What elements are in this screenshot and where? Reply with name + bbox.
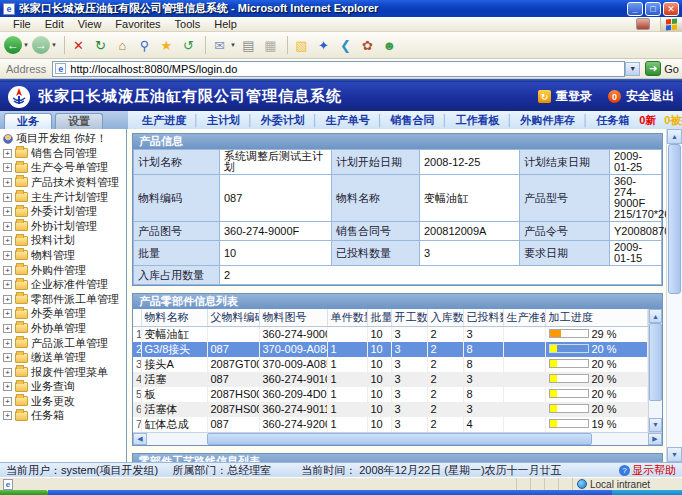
sidebar-item-零部件派工单管理[interactable]: +零部件派工单管理 [2,292,126,307]
address-url[interactable]: http://localhost:8080/MPS/login.do [70,63,622,75]
menu-item-file[interactable]: File [6,18,38,30]
column-header-物料名称[interactable]: 物料名称 [141,309,207,326]
column-header-开工数[interactable]: 开工数 [391,309,427,326]
scroll-down-icon[interactable]: ▼ [667,447,682,462]
sidebar-item-产品派工单管理[interactable]: +产品派工单管理 [2,336,126,351]
sidebar-item-任务箱[interactable]: +任务箱 [2,409,126,424]
expand-icon[interactable]: + [3,411,12,420]
nav-item-销售合同[interactable]: 销售合同 [391,113,435,128]
expand-icon[interactable]: + [3,163,12,172]
parts-vertical-scrollbar[interactable]: ▲ ▼ [648,309,662,432]
menu-item-favorites[interactable]: Favorites [108,18,167,30]
nav-item-主计划[interactable]: 主计划 [207,113,240,128]
expand-icon[interactable]: + [3,353,12,362]
nav-item-外委计划[interactable]: 外委计划 [261,113,305,128]
scroll-right-icon[interactable]: ▶ [648,433,662,445]
toolbar-button-home[interactable]: ⌂ [113,36,132,55]
addon-tool-icon[interactable] [636,18,650,30]
scroll-up-icon[interactable]: ▲ [649,309,662,323]
tab-业务[interactable]: 业务 [4,113,52,129]
expand-icon[interactable]: + [3,368,12,377]
nav-item-外购件库存[interactable]: 外购件库存 [520,113,575,128]
toolbar-button-favorites[interactable]: ★ [157,36,176,55]
toolbar-button-history[interactable]: ↺ [179,36,198,55]
table-row[interactable]: 2G3/8接头087370-009-A084011032820 % [133,342,648,357]
toolbar-button-print[interactable]: ▤ [239,36,258,55]
maximize-button[interactable]: □ [645,2,661,16]
sidebar-item-生产令号单管理[interactable]: +生产令号单管理 [2,161,126,176]
address-field[interactable]: e http://localhost:8080/MPS/login.do [52,61,625,77]
toolbar-button-stop[interactable]: ✕ [69,36,88,55]
toolbar-button-mail[interactable]: ✉▼ [210,36,236,55]
column-header-批量[interactable]: 批量 [367,309,391,326]
toolbar-button-search[interactable]: ⚲ [135,36,154,55]
expand-icon[interactable]: + [3,295,12,304]
table-row[interactable]: 1变幅油缸360-274-9000F1032329 % [133,326,648,342]
expand-icon[interactable]: + [3,382,12,391]
nav-item-生产进度[interactable]: 生产进度 [142,113,186,128]
close-button[interactable]: ✕ [663,2,679,16]
scrollbar-thumb[interactable] [668,144,681,294]
chevron-down-icon[interactable]: ▼ [51,42,57,48]
menu-item-tools[interactable]: Tools [168,18,208,30]
column-header-单件数量[interactable]: 单件数量 [327,309,367,326]
logout-button[interactable]: 0 安全退出 [608,88,674,105]
table-row[interactable]: 6活塞体2087HS002360-274-9011W11032320 % [133,402,648,417]
expand-icon[interactable]: + [3,280,12,289]
sidebar-item-物料管理[interactable]: +物料管理 [2,248,126,263]
sidebar-item-外协单管理[interactable]: +外协单管理 [2,321,126,336]
expand-icon[interactable]: + [3,309,12,318]
expand-icon[interactable]: + [3,178,12,187]
nav-item-任务箱[interactable]: 任务箱 [596,113,629,128]
sidebar-item-外购件管理[interactable]: +外购件管理 [2,263,126,278]
table-row[interactable]: 7缸体总成087360-274-9200F11032419 % [133,417,648,432]
sidebar-item-缴送单管理[interactable]: +缴送单管理 [2,350,126,365]
parts-horizontal-scrollbar[interactable]: ◀ ▶ [133,432,662,445]
chevron-down-icon[interactable]: ▼ [230,42,236,48]
chevron-down-icon[interactable]: ▼ [23,42,29,48]
sidebar-item-产品技术资料管理[interactable]: +产品技术资料管理 [2,175,126,190]
expand-icon[interactable]: + [3,251,12,260]
scroll-down-icon[interactable]: ▼ [649,418,662,432]
toolbar-button-messenger[interactable]: ✦ [314,36,333,55]
menu-item-view[interactable]: View [71,18,109,30]
column-header-入库数[interactable]: 入库数 [427,309,463,326]
sidebar-item-外委计划管理[interactable]: +外委计划管理 [2,204,126,219]
expand-icon[interactable]: + [3,339,12,348]
sidebar-item-企业标准件管理[interactable]: +企业标准件管理 [2,277,126,292]
expand-icon[interactable]: + [3,397,12,406]
table-row[interactable]: 4活塞087360-274-9010F11032320 % [133,372,648,387]
toolbar-button-person[interactable]: ☻ [380,36,399,55]
page-vertical-scrollbar[interactable]: ▲ ▼ [666,129,682,462]
go-button[interactable]: ➜ Go [645,61,679,76]
expand-icon[interactable]: + [3,324,12,333]
toolbar-button-forward[interactable]: →▼ [32,36,57,54]
sidebar-item-主生产计划管理[interactable]: +主生产计划管理 [2,190,126,205]
sidebar-item-外协计划管理[interactable]: +外协计划管理 [2,219,126,234]
expand-icon[interactable]: + [3,236,12,245]
start-button[interactable] [0,490,48,495]
scrollbar-thumb[interactable] [207,433,592,445]
column-header-父物料编码[interactable]: 父物料编码 [207,309,259,326]
table-row[interactable]: 5板2087HS002360-209-4D01011032820 % [133,387,648,402]
toolbar-button-back[interactable]: ←▼ [4,36,29,54]
toolbar-button-edit[interactable]: ▦ [261,36,280,55]
expand-icon[interactable]: + [3,149,12,158]
toolbar-button-refresh[interactable]: ↻ [91,36,110,55]
address-dropdown-button[interactable]: ▼ [625,62,640,76]
toolbar-button-research[interactable]: ✿ [358,36,377,55]
menu-item-edit[interactable]: Edit [38,18,71,30]
show-help-link[interactable]: ? 显示帮助 [619,463,676,478]
table-row[interactable]: 3接头A2087GT002370-009-A085011032820 % [133,357,648,372]
expand-icon[interactable]: + [3,207,12,216]
column-header-已投料数[interactable]: 已投料数 [463,309,503,326]
nav-item-生产单号[interactable]: 生产单号 [326,113,370,128]
sidebar-item-业务查询[interactable]: +业务查询 [2,380,126,395]
toolbar-button-chat[interactable]: ❮ [336,36,355,55]
expand-icon[interactable]: + [3,193,12,202]
expand-icon[interactable]: + [3,222,12,231]
minimize-button[interactable]: _ [627,2,643,16]
scrollbar-thumb[interactable] [649,323,662,401]
relogin-button[interactable]: ↻ 重登录 [538,88,592,105]
sidebar-item-外委单管理[interactable]: +外委单管理 [2,307,126,322]
